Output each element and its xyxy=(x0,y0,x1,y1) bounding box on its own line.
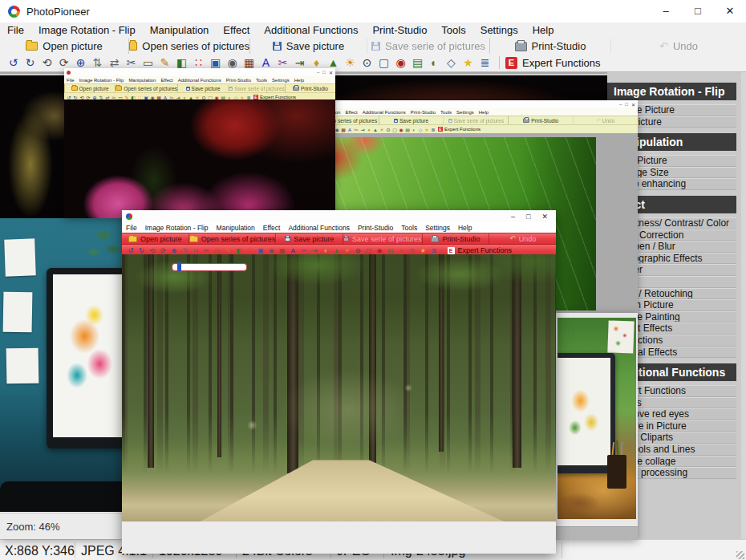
save-picture-button[interactable]: Save picture xyxy=(177,84,228,92)
menu-item[interactable]: Help xyxy=(525,22,562,39)
menu-item[interactable]: Image Rotation - Flip xyxy=(77,78,127,83)
shapes-icon[interactable]: ◇ xyxy=(417,127,424,132)
rotate-right-icon[interactable]: ↻ xyxy=(22,54,39,71)
text-icon[interactable]: A xyxy=(288,247,299,254)
menu-item[interactable]: File xyxy=(0,22,31,39)
mask-icon[interactable]: ◐ xyxy=(426,54,443,71)
brush-icon[interactable]: ✎ xyxy=(223,247,234,254)
menu-item[interactable]: Tools xyxy=(253,78,270,83)
minimize-button[interactable]: – xyxy=(650,0,682,22)
mask-icon[interactable]: ◐ xyxy=(396,247,407,254)
menu-item[interactable]: Settings xyxy=(421,224,454,232)
desk-left-photo[interactable] xyxy=(0,218,123,512)
rotate-180-icon[interactable]: ⟲ xyxy=(147,247,158,254)
menu-item[interactable]: Effect xyxy=(158,78,175,83)
shapes-icon[interactable]: ◇ xyxy=(443,54,460,71)
menu-item[interactable]: Print-Studio xyxy=(354,224,397,232)
picture-sun-icon[interactable]: ▤ xyxy=(409,54,426,71)
menu-item[interactable]: Tools xyxy=(438,110,454,115)
menu-item[interactable]: Effect xyxy=(343,110,359,115)
shapes-icon[interactable]: ◇ xyxy=(407,247,418,254)
color-balance-icon[interactable]: ◧ xyxy=(233,247,245,254)
minimize-button[interactable]: – xyxy=(317,70,319,75)
menu-item[interactable]: Additional Functions xyxy=(176,78,224,83)
print-studio-button[interactable]: Print-Studio xyxy=(422,233,489,244)
landscape-icon[interactable]: ▲ xyxy=(331,247,343,254)
menu-item[interactable]: Settings xyxy=(270,78,292,83)
expert-functions-icon[interactable]: E xyxy=(448,247,455,254)
rotate-left-icon[interactable]: ↺ xyxy=(125,247,136,254)
close-button[interactable]: ✕ xyxy=(541,213,548,221)
menu-item[interactable]: Tools xyxy=(397,224,421,232)
menu-item[interactable]: Effect xyxy=(216,22,257,39)
open-picture-button[interactable]: Open picture xyxy=(64,84,115,92)
zoom-icon[interactable]: ⊙ xyxy=(359,54,375,71)
menu-item[interactable]: Image Rotation - Flip xyxy=(31,22,143,39)
window-icon[interactable]: ▢ xyxy=(363,247,375,254)
batch-list-icon[interactable]: ≣ xyxy=(476,54,493,71)
maximize-button[interactable]: □ xyxy=(682,0,714,22)
frame-icon[interactable]: ▦ xyxy=(340,127,347,132)
save-series-button[interactable]: Save serie of pictures xyxy=(343,233,422,244)
menu-item[interactable]: Image Rotation - Flip xyxy=(141,224,213,232)
mirror-horizontal-icon[interactable]: ⇄ xyxy=(190,247,201,254)
save-picture-button[interactable]: Save picture xyxy=(379,116,444,124)
frame-icon[interactable]: ▦ xyxy=(277,247,288,254)
zoom-icon[interactable]: ⊙ xyxy=(385,127,391,132)
expert-functions-button[interactable]: Expert Functions xyxy=(458,246,513,254)
save-picture-button[interactable]: Save picture xyxy=(275,233,343,244)
menu-item[interactable]: Additional Functions xyxy=(257,22,365,39)
menu-item[interactable]: Settings xyxy=(473,22,525,39)
menu-item[interactable]: Manipulation xyxy=(213,224,259,232)
expert-functions-icon[interactable]: E xyxy=(438,127,443,132)
mask-icon[interactable]: ◐ xyxy=(411,128,417,132)
forest-photo-canvas[interactable] xyxy=(122,254,556,521)
open-picture-button[interactable]: Open picture xyxy=(0,39,128,54)
close-button[interactable]: ✕ xyxy=(714,0,746,22)
undo-button[interactable]: ↶ Undo xyxy=(610,39,746,54)
mirror-vertical-icon[interactable]: ⇅ xyxy=(180,247,191,254)
expert-functions-icon[interactable]: E xyxy=(505,57,517,69)
maximize-button[interactable]: □ xyxy=(526,213,530,221)
picture-sun-icon[interactable]: ▤ xyxy=(385,247,396,254)
menu-item[interactable]: Help xyxy=(454,224,476,232)
red-eye-icon[interactable]: ◉ xyxy=(398,127,404,132)
export-icon[interactable]: ⇥ xyxy=(310,247,321,254)
undo-button[interactable]: ↶Undo xyxy=(573,116,638,124)
open-picture-button[interactable]: Open picture xyxy=(122,233,189,244)
rotate-angle-icon[interactable]: ⊕ xyxy=(168,247,180,254)
photo-icon[interactable]: ▣ xyxy=(255,247,266,254)
minimize-button[interactable]: – xyxy=(511,213,515,221)
rotate-180-icon[interactable]: ⟲ xyxy=(39,54,55,71)
window-icon[interactable]: ▢ xyxy=(391,127,398,132)
close-button[interactable]: ✕ xyxy=(631,102,635,108)
tulip-photo-canvas[interactable] xyxy=(64,99,335,218)
batch-list-icon[interactable]: ≣ xyxy=(428,247,440,254)
window-icon[interactable]: ▢ xyxy=(375,54,392,71)
menu-item[interactable]: Print-Studio xyxy=(224,78,253,83)
menu-item[interactable]: Print-Studio xyxy=(408,110,438,115)
red-eye-icon[interactable]: ◉ xyxy=(392,54,409,71)
desk-right-photo[interactable] xyxy=(557,318,636,519)
picture-sun-icon[interactable]: ▤ xyxy=(404,127,411,132)
brightness-icon[interactable]: ☀ xyxy=(342,54,359,71)
resize-grip[interactable] xyxy=(736,551,744,559)
window-desk-left[interactable]: Zoom: 46% xyxy=(0,218,123,539)
crop-icon[interactable]: ✂ xyxy=(201,247,213,254)
save-series-button[interactable]: Save serie of pictures xyxy=(443,116,508,124)
save-series-button[interactable]: Save serie of pictures xyxy=(367,39,489,54)
expert-functions-button[interactable]: Expert Functions xyxy=(522,57,601,69)
zoom-icon[interactable]: ⊙ xyxy=(353,247,364,254)
print-studio-button[interactable]: Print-Studio xyxy=(285,84,335,92)
crop-frame-icon[interactable]: ▭ xyxy=(212,247,223,254)
cut-out-icon[interactable]: ✂ xyxy=(298,247,310,254)
maximize-button[interactable]: □ xyxy=(322,70,326,75)
close-button[interactable]: ✕ xyxy=(329,70,333,75)
menu-item[interactable]: Manipulation xyxy=(126,78,158,83)
expert-functions-button[interactable]: Expert Functions xyxy=(444,127,480,132)
rotate-right-icon[interactable]: ↻ xyxy=(136,247,148,254)
cut-out-icon[interactable]: ✂ xyxy=(353,127,359,132)
open-series-button[interactable]: Open series of pictures xyxy=(128,39,249,54)
undo-button[interactable]: ↶Undo xyxy=(489,233,556,244)
menu-item[interactable]: Tools xyxy=(434,22,472,39)
